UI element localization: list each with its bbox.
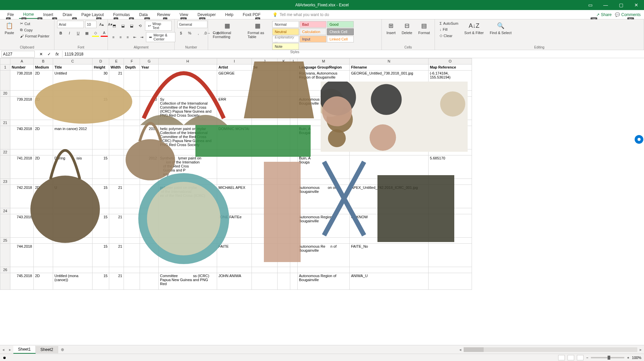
cell[interactable]: polymer paint on mylar of the Internatio… (159, 185, 217, 208)
col-header-K[interactable]: K (278, 58, 290, 65)
tab-nav-prev[interactable]: ▸ (7, 347, 13, 352)
cell[interactable] (124, 238, 140, 244)
cell[interactable]: FAITE (217, 244, 252, 267)
cell[interactable] (217, 149, 252, 155)
cell[interactable] (10, 208, 34, 214)
cell[interactable] (429, 97, 472, 120)
cell[interactable] (278, 273, 290, 290)
cell[interactable]: 15 (93, 97, 109, 120)
cell[interactable] (252, 273, 278, 290)
cell[interactable]: 21 (109, 214, 124, 238)
cell[interactable] (350, 179, 429, 185)
cell[interactable] (34, 120, 53, 126)
cell[interactable] (429, 120, 472, 126)
insert-cells-button[interactable]: ⊞Insert (384, 21, 398, 35)
cell[interactable] (217, 120, 252, 126)
cell[interactable] (429, 91, 472, 97)
comma-icon[interactable]: , (195, 29, 202, 37)
field-header-D[interactable]: Height (93, 65, 109, 71)
cell[interactable] (34, 244, 53, 267)
cell[interactable]: GEORGE (217, 71, 252, 91)
cell[interactable] (252, 208, 278, 214)
cell[interactable]: 30 (93, 71, 109, 91)
cell[interactable] (278, 120, 290, 126)
cell[interactable] (109, 179, 124, 185)
cell[interactable]: Untitled (mona (canoe)) (53, 273, 93, 290)
row-header[interactable]: 25 (0, 238, 10, 244)
field-header-J[interactable]: Se (252, 65, 278, 71)
cell[interactable] (53, 214, 93, 238)
cell[interactable] (298, 91, 350, 97)
cell[interactable] (109, 238, 124, 244)
cell[interactable]: Autonomous Re n of Bougainville (298, 244, 350, 267)
col-header-E[interactable]: E (109, 58, 124, 65)
row-header[interactable]: 21 (0, 120, 10, 126)
grow-font-icon[interactable]: A▴ (98, 21, 105, 28)
row-header[interactable]: 22 (0, 149, 10, 155)
cell[interactable] (109, 120, 124, 126)
cell[interactable] (290, 71, 298, 91)
tab-page-layout[interactable]: Page Layout (77, 11, 108, 18)
cell[interactable]: Rorovana, Autonomous Region of Bougainvi… (298, 71, 350, 91)
col-header-F[interactable]: F (124, 58, 140, 65)
cell[interactable]: UNKNOW (350, 214, 429, 238)
cell[interactable] (278, 244, 290, 267)
fx-icon[interactable]: fx (53, 50, 61, 58)
row-header[interactable] (0, 71, 10, 91)
cell[interactable]: Committee ss (ICRC) Papua New Guinea and… (159, 273, 217, 290)
cell[interactable] (350, 208, 429, 214)
cell[interactable] (252, 214, 278, 238)
cell[interactable] (10, 179, 34, 185)
worksheet-area[interactable]: ABCDEFGHIJKLMNO1NumberMediumTitleHeightW… (0, 58, 644, 345)
cell[interactable]: Untitled (53, 71, 93, 91)
cell[interactable]: U (53, 185, 93, 208)
cut-button[interactable]: ✂Cut (18, 21, 51, 26)
cell[interactable] (429, 267, 472, 273)
cell[interactable]: During isis (53, 155, 93, 179)
name-box[interactable]: A127 (1, 51, 35, 57)
cell[interactable] (252, 120, 278, 126)
col-header-B[interactable]: B (34, 58, 53, 65)
cell[interactable] (278, 91, 290, 97)
cell[interactable]: hetic polymer paint on mylar Collection … (159, 126, 217, 149)
cell[interactable] (53, 149, 93, 155)
cell[interactable]: man in canoe) 2012 (53, 126, 93, 149)
cell[interactable] (93, 238, 109, 244)
share-button[interactable]: ↗Share (596, 12, 612, 17)
cell[interactable] (350, 91, 429, 97)
cell[interactable] (290, 179, 298, 185)
conditional-formatting-button[interactable]: ▦Conditional Formatting (211, 21, 244, 39)
cell[interactable] (140, 185, 159, 208)
col-header-D[interactable]: D (93, 58, 109, 65)
cell[interactable] (109, 155, 124, 179)
cell[interactable] (124, 185, 140, 208)
cell[interactable] (429, 149, 472, 155)
cell[interactable]: 21 (109, 244, 124, 267)
cell[interactable] (159, 71, 217, 91)
close-icon[interactable]: ✕ (629, 0, 644, 10)
merge-center-button[interactable]: ⬌Merge & Center (146, 32, 175, 42)
cell[interactable]: 15 (93, 273, 109, 290)
cell[interactable] (140, 149, 159, 155)
cell[interactable] (350, 126, 429, 149)
cell[interactable]: 21 (109, 185, 124, 208)
col-header-I[interactable]: I (217, 58, 252, 65)
field-header-N[interactable]: Filename (350, 65, 429, 71)
cell[interactable] (350, 120, 429, 126)
cell[interactable] (34, 149, 53, 155)
cell[interactable] (290, 267, 298, 273)
select-all-corner[interactable] (0, 58, 10, 65)
cell[interactable] (93, 208, 109, 214)
row-header[interactable]: 26 (0, 267, 10, 273)
cell[interactable]: 745.2018 (10, 273, 34, 290)
font-size-select[interactable]: 10 (85, 21, 97, 28)
align-bottom-icon[interactable]: ⬓ (128, 22, 135, 29)
tab-help[interactable]: Help (221, 11, 237, 18)
cell[interactable] (34, 267, 53, 273)
field-header-F[interactable]: Depth (124, 65, 140, 71)
orientation-icon[interactable]: ⟲ (136, 22, 144, 29)
cell[interactable] (350, 155, 429, 179)
cell[interactable]: Buin, A Regio Bougai (298, 126, 350, 149)
cell[interactable] (53, 267, 93, 273)
cell[interactable] (53, 208, 93, 214)
